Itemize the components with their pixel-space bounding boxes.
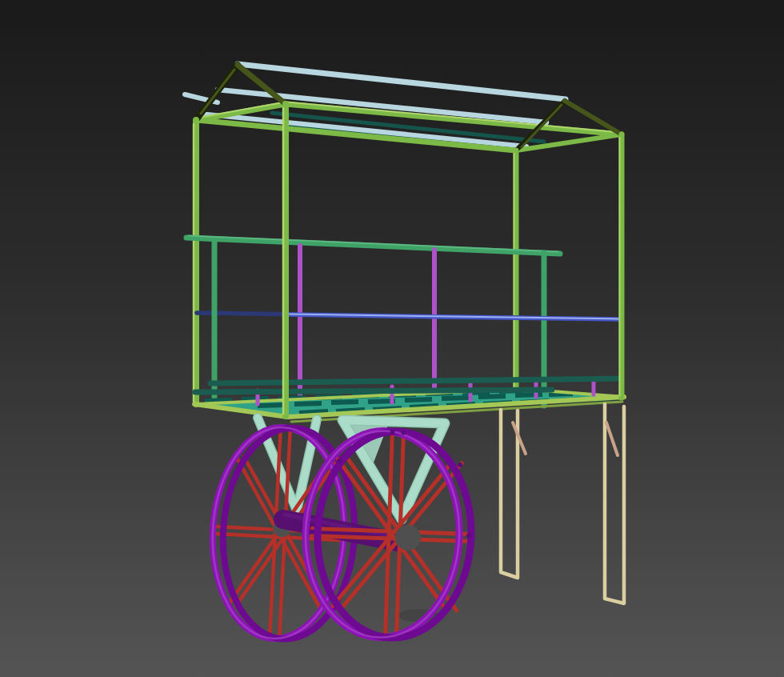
viewport-3d[interactable] [0,0,784,677]
railing-top-rail-highlight [189,236,558,252]
leg-left [501,410,518,578]
rear-legs [501,404,624,603]
railing-top-rail [186,238,560,254]
leg-right [605,404,624,603]
roof-purlin-lower [200,114,526,146]
leg-brace-right [606,423,618,455]
low-rail-teal-near [195,390,552,392]
side-railing-near [288,314,620,320]
low-rail-teal-far [210,379,620,383]
cart-model [0,0,784,677]
canopy-posts-near [283,104,622,416]
canopy-posts-far [194,120,516,404]
